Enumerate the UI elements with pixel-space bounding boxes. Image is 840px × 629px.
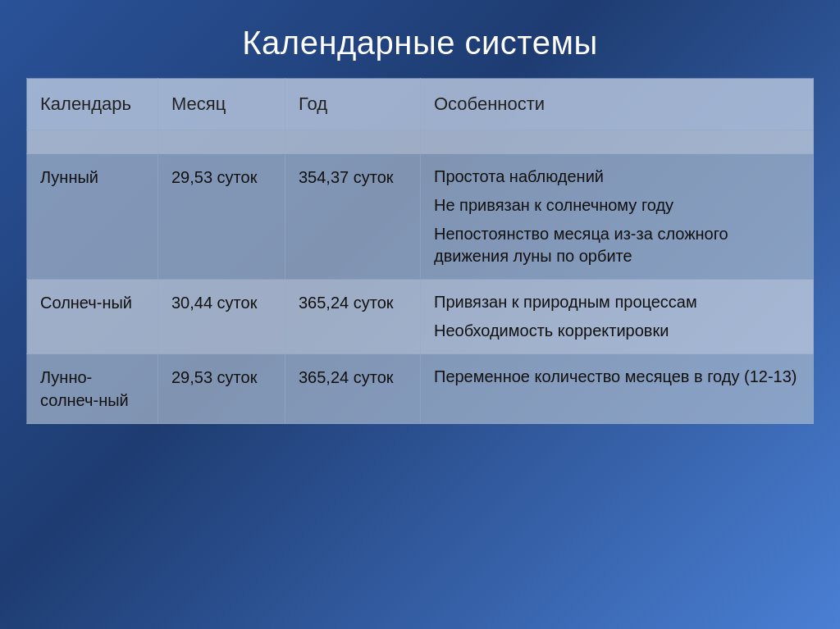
calendar-table: Календарь Месяц Год Особенности Лунный29…: [26, 78, 814, 424]
header-calendar: Календарь: [27, 79, 158, 130]
cell-month: 29,53 суток: [158, 354, 285, 424]
header-month: Месяц: [158, 79, 285, 130]
table-row: [27, 130, 814, 154]
feature-item: Привязан к природным процессам: [434, 291, 800, 313]
cell-features: Переменное количество месяцев в году (12…: [421, 354, 814, 424]
page-title: Календарные системы: [226, 0, 614, 78]
cell-year: [285, 130, 421, 154]
cell-calendar: Лунно-солнеч-ный: [27, 354, 158, 424]
cell-year: 354,37 суток: [285, 154, 421, 280]
cell-year: 365,24 суток: [285, 280, 421, 354]
cell-month: 30,44 суток: [158, 280, 285, 354]
feature-item: Непостоянство месяца из-за сложного движ…: [434, 223, 800, 267]
feature-item: Необходимость корректировки: [434, 320, 800, 342]
cell-month: 29,53 суток: [158, 154, 285, 280]
cell-features: [421, 130, 814, 154]
cell-features: Простота наблюденийНе привязан к солнечн…: [421, 154, 814, 280]
table-row: Лунно-солнеч-ный29,53 суток365,24 сутокП…: [27, 354, 814, 424]
cell-month: [158, 130, 285, 154]
header-year: Год: [285, 79, 421, 130]
table-header-row: Календарь Месяц Год Особенности: [27, 79, 814, 130]
table-row: Лунный29,53 суток354,37 сутокПростота на…: [27, 154, 814, 280]
cell-calendar: [27, 130, 158, 154]
calendar-table-container: Календарь Месяц Год Особенности Лунный29…: [26, 78, 814, 424]
feature-item: Переменное количество месяцев в году (12…: [434, 366, 800, 388]
cell-features: Привязан к природным процессамНеобходимо…: [421, 280, 814, 354]
cell-calendar: Лунный: [27, 154, 158, 280]
cell-year: 365,24 суток: [285, 354, 421, 424]
header-features: Особенности: [421, 79, 814, 130]
table-row: Солнеч-ный30,44 суток365,24 сутокПривяза…: [27, 280, 814, 354]
feature-item: Не привязан к солнечному году: [434, 194, 800, 217]
feature-item: Простота наблюдений: [434, 166, 800, 188]
cell-calendar: Солнеч-ный: [27, 280, 158, 354]
